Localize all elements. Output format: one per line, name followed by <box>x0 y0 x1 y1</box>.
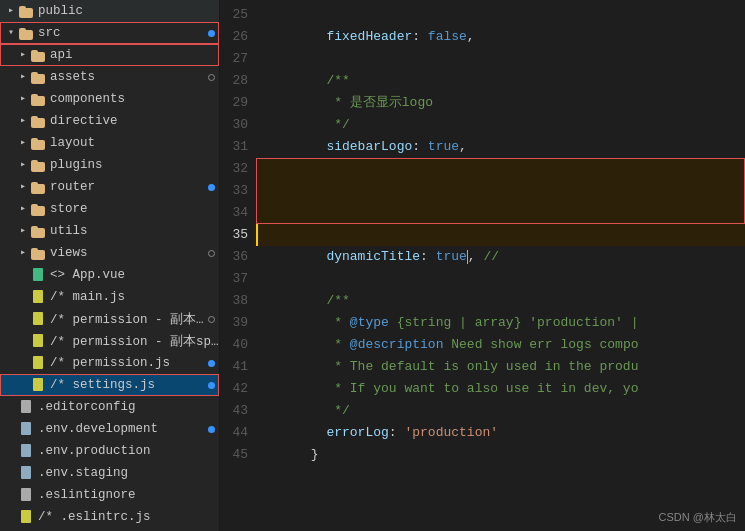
file-icon-permcopy <box>30 311 46 327</box>
dot-envdev <box>208 426 215 433</box>
arrow-plugins <box>16 158 30 172</box>
code-line-39: * @description Need show err logs compo <box>256 312 745 334</box>
code-line-43: errorLog: 'production' <box>256 400 745 422</box>
code-line-30: sidebarLogo: true, <box>256 114 745 136</box>
label-envstaging: .env.staging <box>38 466 219 480</box>
tree-item-assets[interactable]: assets <box>0 66 219 88</box>
code-line-31 <box>256 136 745 158</box>
label-eslintrc: /* .eslintrc.js <box>38 510 219 524</box>
label-public: public <box>38 4 219 18</box>
watermark: CSDN @林太白 <box>659 510 737 525</box>
code-line-25: fixedHeader: false, <box>256 4 745 26</box>
folder-icon-utils <box>30 223 46 239</box>
code-line-34: */ <box>256 202 745 224</box>
dot-views <box>208 250 215 257</box>
label-utils: utils <box>50 224 219 238</box>
label-permcopy2: /* permission - 副本spefv2.js <box>50 333 219 350</box>
label-editorconfig: .editorconfig <box>38 400 219 414</box>
dot-assets <box>208 74 215 81</box>
tree-item-envstaging[interactable]: .env.staging <box>0 462 219 484</box>
code-line-29: */ <box>256 92 745 114</box>
label-envdev: .env.development <box>38 422 208 436</box>
line-numbers: 25 26 27 28 29 30 31 32 33 34 35 36 37 3… <box>220 0 256 531</box>
tree-item-permcopy[interactable]: /* permission - 副本.js <box>0 308 219 330</box>
label-appvue: <> App.vue <box>50 268 219 282</box>
file-icon-permcopy2 <box>30 333 46 349</box>
tree-item-envdev[interactable]: .env.development <box>0 418 219 440</box>
label-mainjs: /* main.js <box>50 290 219 304</box>
label-eslintignore: .eslintignore <box>38 488 219 502</box>
code-editor[interactable]: 25 26 27 28 29 30 31 32 33 34 35 36 37 3… <box>220 0 745 531</box>
tree-item-plugins[interactable]: plugins <box>0 154 219 176</box>
folder-icon-router <box>30 179 46 195</box>
tree-item-api[interactable]: api <box>0 44 219 66</box>
arrow-router <box>16 180 30 194</box>
code-line-26 <box>256 26 745 48</box>
folder-icon-src <box>18 25 34 41</box>
label-plugins: plugins <box>50 158 219 172</box>
file-icon-settingsjs <box>30 377 46 393</box>
folder-icon-store <box>30 201 46 217</box>
file-icon-envprod <box>18 443 34 459</box>
label-router: router <box>50 180 208 194</box>
arrow-store <box>16 202 30 216</box>
code-line-32: /** <box>256 158 745 180</box>
tree-item-mainjs[interactable]: /* main.js <box>0 286 219 308</box>
label-components: components <box>50 92 219 106</box>
label-permcopy: /* permission - 副本.js <box>50 311 208 328</box>
tree-item-eslintignore[interactable]: .eslintignore <box>0 484 219 506</box>
file-icon-eslintignore <box>18 487 34 503</box>
folder-icon-directive <box>30 113 46 129</box>
label-layout: layout <box>50 136 219 150</box>
code-line-28: * 是否显示logo <box>256 70 745 92</box>
tree-item-store[interactable]: store <box>0 198 219 220</box>
folder-icon-public <box>18 3 34 19</box>
code-line-27: /** <box>256 48 745 70</box>
file-icon-envdev <box>18 421 34 437</box>
arrow-components <box>16 92 30 106</box>
file-icon-envstaging <box>18 465 34 481</box>
label-directive: directive <box>50 114 219 128</box>
arrow-views <box>16 246 30 260</box>
file-icon-mainjs <box>30 289 46 305</box>
dot-src <box>208 30 215 37</box>
folder-icon-plugins <box>30 157 46 173</box>
file-icon-eslintrc <box>18 509 34 525</box>
tree-item-layout[interactable]: layout <box>0 132 219 154</box>
arrow-directive <box>16 114 30 128</box>
label-envprod: .env.production <box>38 444 219 458</box>
folder-icon-layout <box>30 135 46 151</box>
tree-item-views[interactable]: views <box>0 242 219 264</box>
folder-icon-api <box>30 47 46 63</box>
code-line-42: */ <box>256 378 745 400</box>
label-api: api <box>50 48 219 62</box>
tree-item-directive[interactable]: directive <box>0 110 219 132</box>
label-src: src <box>38 26 208 40</box>
file-explorer[interactable]: public src api assets components directi… <box>0 0 220 531</box>
tree-item-public[interactable]: public <box>0 0 219 22</box>
tree-item-eslintrc[interactable]: /* .eslintrc.js <box>0 506 219 528</box>
file-icon-permjs <box>30 355 46 371</box>
tree-item-permjs[interactable]: /* permission.js <box>0 352 219 374</box>
tree-item-settingsjs[interactable]: /* settings.js <box>0 374 219 396</box>
tree-item-components[interactable]: components <box>0 88 219 110</box>
tree-item-utils[interactable]: utils <box>0 220 219 242</box>
dot-router <box>208 184 215 191</box>
dot-settingsjs <box>208 382 215 389</box>
tree-item-editorconfig[interactable]: .editorconfig <box>0 396 219 418</box>
folder-icon-assets <box>30 69 46 85</box>
tree-item-appvue[interactable]: <> App.vue <box>0 264 219 286</box>
tree-item-src[interactable]: src <box>0 22 219 44</box>
label-assets: assets <box>50 70 208 84</box>
label-permjs: /* permission.js <box>50 356 208 370</box>
tree-item-router[interactable]: router <box>0 176 219 198</box>
tree-item-permcopy2[interactable]: /* permission - 副本spefv2.js <box>0 330 219 352</box>
code-area[interactable]: fixedHeader: false, /** * 是否显示logo */ si… <box>256 0 745 531</box>
code-line-38: * @type {string | array} 'production' | <box>256 290 745 312</box>
file-icon-appvue <box>30 267 46 283</box>
tree-item-envprod[interactable]: .env.production <box>0 440 219 462</box>
arrow-api <box>16 48 30 62</box>
code-line-45 <box>256 444 745 466</box>
arrow-layout <box>16 136 30 150</box>
folder-icon-components <box>30 91 46 107</box>
